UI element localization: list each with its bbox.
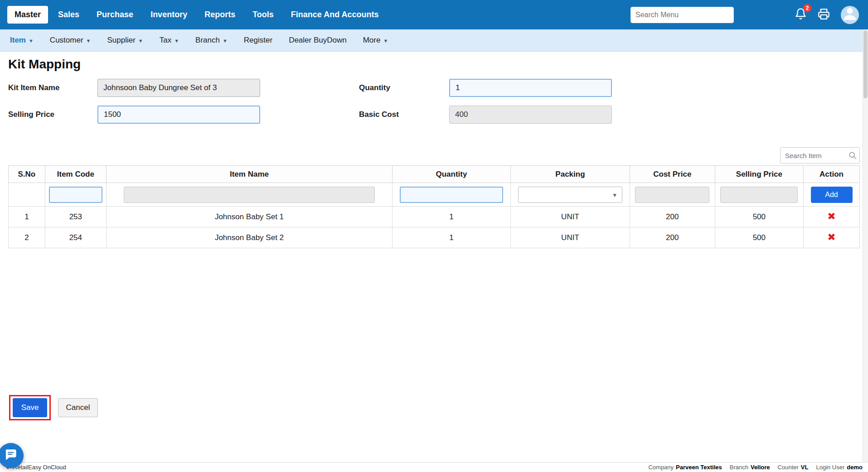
top-navigation-bar: Master Sales Purchase Inventory Reports …: [0, 0, 868, 29]
tab-master[interactable]: Master: [7, 6, 48, 24]
chevron-down-icon: ▼: [612, 191, 617, 198]
subnav-item-branch[interactable]: Branch ▼: [195, 36, 228, 45]
chevron-down-icon: ▼: [383, 37, 388, 43]
company-label: Company: [648, 464, 674, 471]
login-user-label: Login User: [816, 464, 844, 471]
basic-cost-input: [449, 106, 612, 124]
tab-tools[interactable]: Tools: [245, 6, 281, 24]
user-icon: [841, 6, 859, 24]
tab-finance-and-accounts[interactable]: Finance And Accounts: [284, 6, 386, 24]
cell-sno: 1: [9, 207, 45, 227]
cell-cost-price: 200: [630, 207, 715, 227]
counter-label: Counter: [778, 464, 799, 471]
page-title: Kit Mapping: [8, 57, 860, 72]
subnav-item-tax[interactable]: Tax ▼: [160, 36, 179, 45]
col-header-cost-price: Cost Price: [630, 166, 715, 183]
search-icon: [848, 151, 857, 162]
subnav-item-more[interactable]: More ▼: [363, 36, 388, 45]
form-actions: Save Cancel: [9, 395, 98, 420]
table-row: 1 253 Johnson Baby Set 1 1 UNIT 200 500 …: [9, 207, 860, 227]
subnav-item-customer[interactable]: Customer ▼: [50, 36, 91, 45]
subnav-item-label: Tax: [160, 36, 171, 45]
tab-reports[interactable]: Reports: [197, 6, 242, 24]
chevron-down-icon: ▼: [223, 37, 228, 43]
branch-value: Vellore: [751, 464, 770, 471]
col-header-action: Action: [804, 166, 860, 183]
tab-sales[interactable]: Sales: [51, 6, 87, 24]
kit-item-name-label: Kit Item Name: [8, 83, 97, 92]
col-header-item-code: Item Code: [45, 166, 106, 183]
tab-inventory[interactable]: Inventory: [143, 6, 194, 24]
col-header-quantity: Quantity: [392, 166, 510, 183]
search-menu-input[interactable]: [630, 7, 734, 23]
cell-sno: 2: [9, 227, 45, 248]
subnav-item-item[interactable]: Item ▼: [10, 36, 34, 45]
entry-selling-price-input[interactable]: [720, 187, 798, 203]
delete-row-icon[interactable]: ✖: [827, 231, 835, 243]
subnav-item-supplier[interactable]: Supplier ▼: [107, 36, 143, 45]
entry-item-name-input[interactable]: [124, 187, 375, 203]
cell-packing: UNIT: [511, 227, 630, 248]
delete-row-icon[interactable]: ✖: [827, 211, 835, 222]
cell-item-code: 253: [45, 207, 106, 227]
basic-cost-label: Basic Cost: [359, 110, 449, 119]
avatar[interactable]: [841, 6, 859, 24]
entry-cost-price-input[interactable]: [635, 187, 709, 203]
subnav-item-label: Item: [10, 36, 26, 45]
kit-items-table: S.No Item Code Item Name Quantity Packin…: [8, 165, 860, 248]
col-header-item-name: Item Name: [106, 166, 392, 183]
selling-price-label: Selling Price: [8, 110, 97, 119]
notifications-button[interactable]: 2: [795, 8, 807, 22]
topbar-right-cluster: 2: [630, 6, 861, 24]
table-header-row: S.No Item Code Item Name Quantity Packin…: [9, 166, 860, 183]
subnav-item-label: Dealer BuyDown: [289, 36, 347, 45]
cell-cost-price: 200: [630, 227, 715, 248]
tab-purchase[interactable]: Purchase: [89, 6, 141, 24]
vertical-scrollbar[interactable]: [863, 29, 868, 472]
entry-sno-cell: [9, 183, 45, 207]
scrollbar-thumb[interactable]: [863, 30, 868, 98]
subnav-item-label: Customer: [50, 36, 83, 45]
cell-item-name: Johnson Baby Set 2: [106, 227, 392, 248]
table-entry-row: ▼ Add: [9, 183, 860, 207]
quantity-label: Quantity: [359, 83, 449, 92]
entry-item-code-input[interactable]: [49, 187, 102, 203]
branch-label: Branch: [730, 464, 748, 471]
save-button[interactable]: Save: [13, 398, 47, 417]
printer-icon: [818, 8, 830, 22]
company-value: Parveen Textiles: [676, 464, 722, 471]
secondary-navigation-bar: Item ▼ Customer ▼ Supplier ▼ Tax ▼ Branc…: [0, 29, 868, 52]
cell-item-name: Johnson Baby Set 1: [106, 207, 392, 227]
cancel-button[interactable]: Cancel: [58, 398, 98, 417]
chevron-down-icon: ▼: [174, 37, 179, 43]
subnav-item-label: Register: [244, 36, 272, 45]
kit-item-name-input[interactable]: [97, 79, 260, 97]
save-highlight-annotation: Save: [9, 395, 51, 420]
subnav-item-dealer-buydown[interactable]: Dealer BuyDown: [289, 36, 347, 45]
col-header-packing: Packing: [511, 166, 630, 183]
entry-quantity-input[interactable]: [400, 187, 504, 203]
print-button[interactable]: [818, 8, 830, 22]
cell-quantity: 1: [392, 207, 510, 227]
quantity-input[interactable]: [449, 79, 612, 97]
cell-selling-price: 500: [715, 207, 803, 227]
add-item-button[interactable]: Add: [811, 187, 853, 203]
brand-name: RetailEasy OnCloud: [13, 464, 66, 471]
cell-selling-price: 500: [715, 227, 803, 248]
subnav-item-label: More: [363, 36, 381, 45]
col-header-selling-price: Selling Price: [715, 166, 803, 183]
chevron-down-icon: ▼: [138, 37, 143, 43]
subnav-item-register[interactable]: Register: [244, 36, 272, 45]
col-header-sno: S.No: [9, 166, 45, 183]
table-row: 2 254 Johnson Baby Set 2 1 UNIT 200 500 …: [9, 227, 860, 248]
cell-item-code: 254: [45, 227, 106, 248]
search-item-box: [780, 147, 860, 164]
entry-packing-select[interactable]: ▼: [518, 187, 622, 203]
chevron-down-icon: ▼: [29, 37, 34, 43]
chat-bubble-icon: [5, 448, 17, 463]
counter-value: VL: [801, 464, 809, 471]
subnav-item-label: Branch: [195, 36, 220, 45]
notification-badge: 2: [803, 4, 811, 12]
selling-price-input[interactable]: [97, 106, 260, 124]
kit-form: Kit Item Name Quantity Selling Price Bas…: [8, 79, 860, 124]
